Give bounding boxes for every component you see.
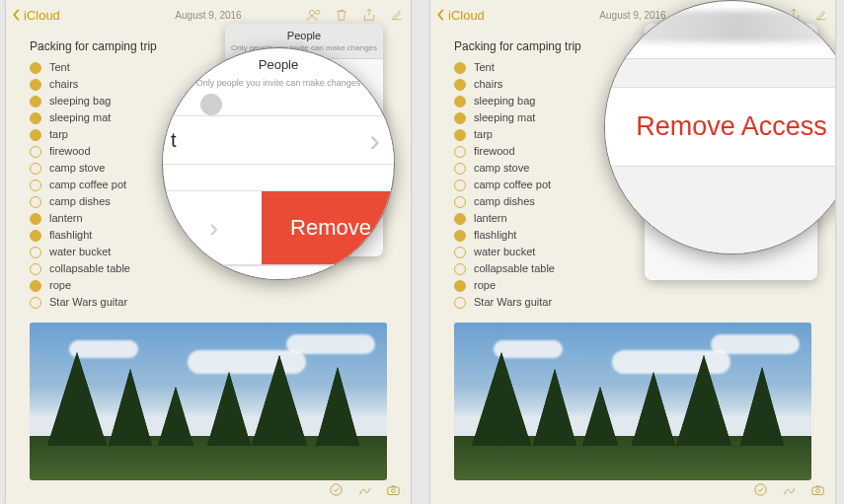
checklist-circle-icon[interactable] <box>454 163 466 175</box>
popover-title-zoom: People <box>259 57 298 72</box>
camera-icon[interactable] <box>386 482 401 501</box>
back-button[interactable]: iCloud <box>436 8 485 23</box>
sketch-icon[interactable] <box>357 482 372 501</box>
note-image <box>454 323 811 480</box>
checklist-circle-icon[interactable] <box>454 263 466 275</box>
checklist-circle-icon[interactable] <box>454 297 466 309</box>
checklist-item-label: chairs <box>474 76 502 93</box>
note-date: August 9, 2016 <box>175 10 241 21</box>
checklist-circle-icon[interactable] <box>30 280 41 292</box>
checklist-item-label: Star Wars guitar <box>49 294 127 311</box>
checklist-item-label: Tent <box>474 59 495 76</box>
checklist-circle-icon[interactable] <box>454 112 466 124</box>
checklist-circle-icon[interactable] <box>454 196 466 208</box>
svg-rect-8 <box>812 487 823 495</box>
bottom-toolbar <box>430 478 835 504</box>
note-image <box>30 323 387 480</box>
share-icon[interactable] <box>361 7 377 23</box>
compose-icon[interactable] <box>389 7 405 23</box>
checklist-item-label: water bucket <box>49 244 111 260</box>
svg-point-7 <box>755 483 766 494</box>
back-label: iCloud <box>24 8 60 23</box>
checklist-item-label: firewood <box>49 143 91 160</box>
checklist-item-label: rope <box>474 277 496 294</box>
checklist-circle-icon[interactable] <box>30 112 41 124</box>
checklist-circle-icon[interactable] <box>30 230 41 242</box>
checklist-circle-icon[interactable] <box>454 146 466 158</box>
avatar-icon <box>200 94 222 115</box>
checklist-circle-icon[interactable] <box>30 297 41 309</box>
chevron-left-icon <box>12 8 22 22</box>
checklist-circle-icon[interactable] <box>454 96 466 108</box>
chevron-right-icon: › <box>369 122 380 159</box>
checklist-circle-icon[interactable] <box>454 280 466 292</box>
remove-access-button[interactable]: Remove Access <box>604 88 835 167</box>
checklist-item-label: camp coffee pot <box>474 177 551 193</box>
checklist-circle-icon[interactable] <box>454 129 466 141</box>
compose-icon[interactable] <box>813 7 829 23</box>
checklist-circle-icon[interactable] <box>30 196 41 208</box>
checklist-circle-icon[interactable] <box>30 79 41 91</box>
checklist-circle-icon[interactable] <box>454 79 466 91</box>
checklist-item-label: lantern <box>474 210 507 227</box>
checklist-item-label: flashlight <box>49 227 92 244</box>
checklist-circle-icon[interactable] <box>454 213 466 225</box>
back-button[interactable]: iCloud <box>12 8 60 23</box>
checklist-item[interactable]: rope <box>30 277 411 294</box>
checklist-item-label: sleeping bag <box>474 93 535 109</box>
svg-point-1 <box>316 10 320 14</box>
checklist-circle-icon[interactable] <box>30 213 41 225</box>
checklist-item-label: collapsable table <box>49 260 130 277</box>
checklist-circle-icon[interactable] <box>30 62 41 74</box>
checklist-item[interactable]: Star Wars guitar <box>30 294 411 311</box>
checklist-item-label: camp stove <box>474 160 529 177</box>
checklist-item-label: lantern <box>49 210 83 227</box>
checklist-item-label: firewood <box>474 143 515 160</box>
checklist-item-label: camp dishes <box>474 193 535 210</box>
checklist-item-label: chairs <box>49 76 78 93</box>
checklist-item-label: tarp <box>474 126 493 143</box>
person-name-fragment: t <box>171 129 177 152</box>
person-row[interactable]: t › <box>162 115 395 165</box>
collaborate-icon[interactable] <box>306 7 322 23</box>
toolbar-actions <box>306 7 405 23</box>
checklist-circle-icon[interactable] <box>454 230 466 242</box>
checklist-icon[interactable] <box>329 482 344 501</box>
checklist-item-label: rope <box>49 277 71 294</box>
svg-point-0 <box>309 10 314 15</box>
checklist-circle-icon[interactable] <box>30 247 41 258</box>
checklist-item-label: tarp <box>49 126 68 143</box>
camera-icon[interactable] <box>810 482 825 501</box>
checklist-item-label: camp coffee pot <box>49 177 126 193</box>
checklist-circle-icon[interactable] <box>30 96 41 108</box>
checklist-circle-icon[interactable] <box>30 263 41 275</box>
svg-point-2 <box>331 483 342 494</box>
checklist-circle-icon[interactable] <box>30 146 41 158</box>
checklist-circle-icon[interactable] <box>30 163 41 175</box>
checklist-icon[interactable] <box>753 482 768 501</box>
checklist-item-label: camp stove <box>49 160 105 177</box>
checklist-circle-icon[interactable] <box>454 62 466 74</box>
remove-access-label: Remove Access <box>636 111 827 142</box>
checklist-item-label: Tent <box>49 59 70 76</box>
sketch-icon[interactable] <box>782 482 797 501</box>
checklist-item-label: sleeping mat <box>474 109 535 126</box>
checklist-item-label: camp dishes <box>49 193 111 210</box>
magnifier: People Only people you invite can make c… <box>162 47 395 280</box>
trash-icon[interactable] <box>334 7 349 23</box>
checklist-circle-icon[interactable] <box>30 180 41 191</box>
svg-point-4 <box>392 488 396 492</box>
checklist-item-label: Star Wars guitar <box>474 294 552 311</box>
svg-rect-3 <box>388 487 399 495</box>
back-label: iCloud <box>448 8 485 23</box>
screenshot-right: iCloud August 9, 2016 Packing for campin… <box>430 0 835 504</box>
note-date: August 9, 2016 <box>599 10 665 21</box>
popover-subtitle-zoom: Only people you invite can make changes <box>196 78 361 88</box>
svg-point-9 <box>816 488 820 492</box>
checklist-item[interactable]: Star Wars guitar <box>454 294 835 311</box>
checklist-circle-icon[interactable] <box>454 180 466 191</box>
chevron-left-icon <box>436 8 446 22</box>
checklist-circle-icon[interactable] <box>30 129 41 141</box>
checklist-item-label: collapsable table <box>474 260 555 277</box>
checklist-circle-icon[interactable] <box>454 247 466 258</box>
